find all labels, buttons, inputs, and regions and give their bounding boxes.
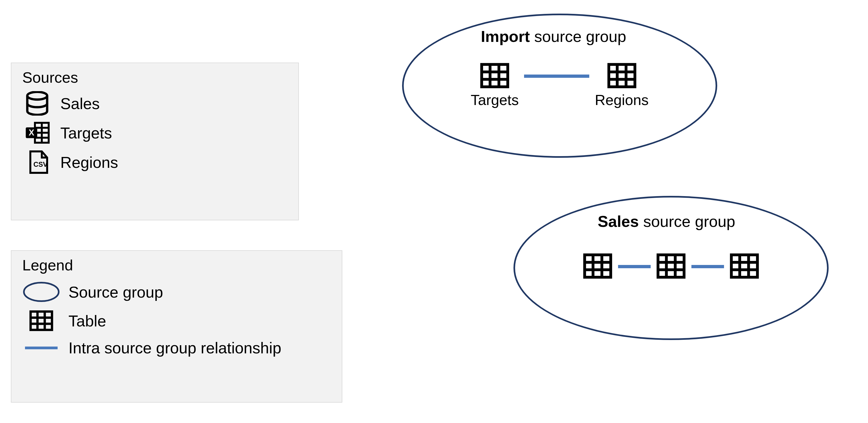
sources-panel: Sources Sales Targets Regions bbox=[11, 62, 299, 220]
csv-icon bbox=[22, 150, 52, 174]
relationship-line bbox=[524, 75, 589, 78]
legend-label: Intra source group relationship bbox=[68, 339, 281, 357]
legend-row-table: Table bbox=[22, 310, 331, 332]
table-node-regions: Regions bbox=[595, 62, 649, 108]
database-icon bbox=[22, 91, 52, 116]
legend-title: Legend bbox=[22, 256, 331, 274]
legend-label: Source group bbox=[68, 283, 163, 301]
source-label: Sales bbox=[60, 94, 100, 113]
svg-point-14 bbox=[24, 283, 59, 301]
group-title-rest: source group bbox=[639, 213, 736, 230]
table-icon bbox=[656, 253, 686, 279]
ellipse-icon bbox=[22, 281, 60, 303]
legend-row-relationship: Intra source group relationship bbox=[22, 339, 331, 357]
table-node bbox=[730, 253, 759, 279]
group-title-bold: Import bbox=[481, 27, 530, 45]
sales-source-group-title: Sales source group bbox=[598, 212, 735, 230]
table-icon bbox=[607, 62, 637, 89]
import-source-group-content: Targets Regions bbox=[445, 62, 674, 108]
relationship-line bbox=[618, 265, 651, 268]
import-source-group-title: Import source group bbox=[481, 27, 626, 46]
table-icon bbox=[22, 310, 60, 332]
source-row-regions: Regions bbox=[22, 150, 287, 174]
legend-label: Table bbox=[68, 312, 106, 330]
relationship-line bbox=[691, 265, 724, 268]
sources-title: Sources bbox=[22, 68, 287, 86]
source-row-sales: Sales bbox=[22, 91, 287, 116]
legend-panel: Legend Source group Table Intra source g… bbox=[11, 250, 342, 403]
table-icon bbox=[480, 62, 510, 89]
relationship-line-icon bbox=[22, 346, 60, 349]
table-node bbox=[583, 253, 613, 279]
table-caption: Regions bbox=[595, 91, 649, 108]
group-title-bold: Sales bbox=[598, 213, 639, 230]
source-row-targets: Targets bbox=[22, 120, 287, 145]
table-icon bbox=[583, 253, 613, 279]
legend-row-source-group: Source group bbox=[22, 281, 331, 303]
sales-source-group-content bbox=[568, 253, 774, 279]
table-icon bbox=[730, 253, 759, 279]
source-label: Targets bbox=[60, 124, 112, 142]
table-node bbox=[656, 253, 686, 279]
excel-icon bbox=[22, 120, 52, 145]
group-title-rest: source group bbox=[530, 27, 626, 45]
table-node-targets: Targets bbox=[470, 62, 519, 108]
source-label: Regions bbox=[60, 153, 118, 171]
table-caption: Targets bbox=[470, 91, 519, 108]
